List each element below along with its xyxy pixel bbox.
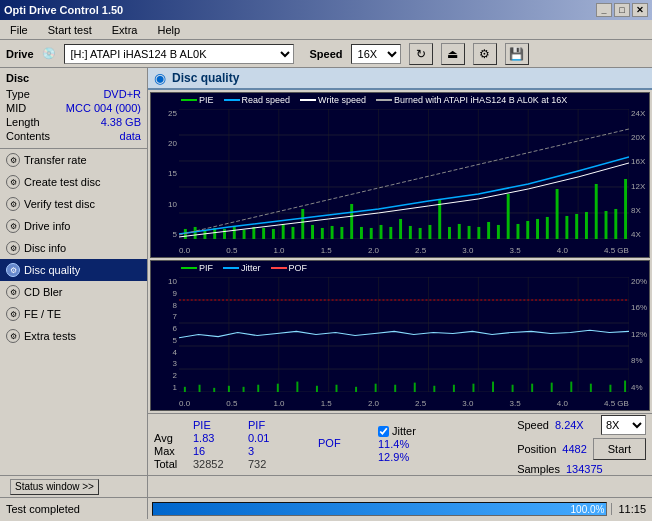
chart2-container: PIF Jitter POF 10 9 8 7: [150, 260, 650, 411]
sidebar-item-disc-info[interactable]: ⚙ Disc info: [0, 237, 147, 259]
stats-speed-value: 8.24X: [555, 419, 595, 431]
start-button[interactable]: Start: [593, 438, 646, 460]
x1-2.5: 2.5: [415, 246, 426, 255]
disc-quality-header-icon: ◉: [154, 70, 166, 86]
x2-2.0: 2.0: [368, 399, 379, 408]
stats-pie-header-label: [154, 419, 189, 431]
stats-samples-value: 134375: [566, 463, 603, 475]
stats-area: PIE Avg 1.83 Max 16 Total 32852 PIF: [148, 413, 652, 475]
test-completed-label: Test completed: [6, 503, 80, 515]
drive-icon: 💿: [42, 47, 56, 60]
content-header-title: Disc quality: [172, 71, 239, 85]
stats-jitter-max-value: 12.9%: [378, 451, 409, 463]
chart1-legend: PIE Read speed Write speed Burned with A…: [181, 95, 567, 105]
legend-pof-label: POF: [289, 263, 308, 273]
svg-rect-57: [595, 184, 598, 239]
svg-rect-37: [399, 219, 402, 239]
legend-burned: Burned with ATAPI iHAS124 B AL0K at 16X: [376, 95, 567, 105]
sidebar-item-cd-bler[interactable]: ⚙ CD Bler: [0, 281, 147, 303]
sidebar-item-disc-quality[interactable]: ⚙ Disc quality: [0, 259, 147, 281]
maximize-button[interactable]: □: [614, 3, 630, 17]
stats-pif-col: PIF 0.01 3 732: [248, 419, 298, 470]
y2r-20pct: 20%: [631, 277, 647, 286]
chart2-y-axis-right: 20% 16% 12% 8% 4%: [629, 277, 649, 392]
legend-pof: POF: [271, 263, 308, 273]
svg-rect-24: [272, 229, 275, 239]
svg-rect-34: [370, 228, 373, 239]
jitter-checkbox[interactable]: [378, 426, 389, 437]
sidebar-item-transfer-rate[interactable]: ⚙ Transfer rate: [0, 149, 147, 171]
eject-button[interactable]: ⏏: [441, 43, 465, 65]
disc-mid-label: MID: [6, 102, 26, 114]
refresh-button[interactable]: ↻: [409, 43, 433, 65]
stats-pof-title: POF: [318, 437, 358, 449]
settings-button[interactable]: ⚙: [473, 43, 497, 65]
disc-type-label: Type: [6, 88, 30, 100]
cd-bler-icon: ⚙: [6, 285, 20, 299]
svg-rect-42: [448, 227, 451, 239]
menu-file[interactable]: File: [4, 22, 34, 38]
sidebar-item-extra-tests-label: Extra tests: [24, 330, 76, 342]
stats-jitter-avg-value: 11.4%: [378, 438, 409, 450]
menu-extra[interactable]: Extra: [106, 22, 144, 38]
sidebar-item-drive-info-label: Drive info: [24, 220, 70, 232]
legend-read-speed: Read speed: [224, 95, 291, 105]
legend-write-speed-label: Write speed: [318, 95, 366, 105]
speed-label: Speed: [310, 48, 343, 60]
fe-te-icon: ⚙: [6, 307, 20, 321]
drive-select[interactable]: [H:] ATAPI iHAS124 B AL0K: [64, 44, 294, 64]
svg-rect-17: [203, 231, 206, 239]
svg-rect-22: [252, 227, 255, 239]
svg-rect-39: [419, 228, 422, 239]
stats-speed-label: Speed: [517, 419, 549, 431]
sidebar-item-fe-te[interactable]: ⚙ FE / TE: [0, 303, 147, 325]
svg-rect-93: [472, 384, 474, 392]
x2-1.0: 1.0: [273, 399, 284, 408]
disc-section: Disc Type DVD+R MID MCC 004 (000) Length…: [0, 68, 147, 149]
sidebar-item-drive-info[interactable]: ⚙ Drive info: [0, 215, 147, 237]
svg-rect-47: [497, 225, 500, 239]
chart2-legend: PIF Jitter POF: [181, 263, 307, 273]
y2-5: 5: [173, 336, 177, 345]
x1-2.0: 2.0: [368, 246, 379, 255]
svg-rect-54: [565, 216, 568, 239]
disc-contents-row: Contents data: [6, 130, 141, 142]
save-button[interactable]: 💾: [505, 43, 529, 65]
svg-rect-23: [262, 228, 265, 239]
svg-rect-56: [585, 212, 588, 239]
y2-7: 7: [173, 312, 177, 321]
svg-rect-36: [389, 227, 392, 239]
stats-speed-select[interactable]: 8X: [601, 415, 646, 435]
legend-pie-label: PIE: [199, 95, 214, 105]
sidebar-item-verify-test-disc[interactable]: ⚙ Verify test disc: [0, 193, 147, 215]
chart1-x-axis: 0.0 0.5 1.0 1.5 2.0 2.5 3.0 3.5 4.0 4.5 …: [179, 246, 629, 255]
y2-1: 1: [173, 383, 177, 392]
stats-samples-label: Samples: [517, 463, 560, 475]
chart1-y-axis-left: 25 20 15 10 5: [151, 109, 179, 239]
speed-select[interactable]: 16X: [351, 44, 401, 64]
y1r-24x: 24X: [631, 109, 645, 118]
y2r-16pct: 16%: [631, 303, 647, 312]
sidebar-item-extra-tests[interactable]: ⚙ Extra tests: [0, 325, 147, 347]
stats-pif-max-row: 3: [248, 445, 298, 457]
svg-rect-83: [277, 384, 279, 392]
content-area: ◉ Disc quality PIE Read speed: [148, 68, 652, 475]
stats-jitter-avg-row: 11.4%: [378, 438, 438, 450]
menu-start-test[interactable]: Start test: [42, 22, 98, 38]
sidebar-item-verify-test-disc-label: Verify test disc: [24, 198, 95, 210]
sidebar-item-create-test-disc[interactable]: ⚙ Create test disc: [0, 171, 147, 193]
svg-rect-77: [184, 387, 186, 392]
svg-rect-51: [536, 219, 539, 239]
close-button[interactable]: ✕: [632, 3, 648, 17]
svg-rect-30: [331, 226, 334, 239]
menu-help[interactable]: Help: [151, 22, 186, 38]
status-window-button[interactable]: Status window >>: [10, 479, 99, 495]
stats-pie-avg-row: Avg 1.83: [154, 432, 228, 444]
svg-rect-82: [257, 385, 259, 392]
stats-pie-max-label: Max: [154, 445, 189, 457]
minimize-button[interactable]: _: [596, 3, 612, 17]
svg-rect-90: [414, 383, 416, 392]
svg-rect-49: [517, 224, 520, 239]
disc-type-row: Type DVD+R: [6, 88, 141, 100]
stats-pof-col: POF: [318, 437, 358, 452]
